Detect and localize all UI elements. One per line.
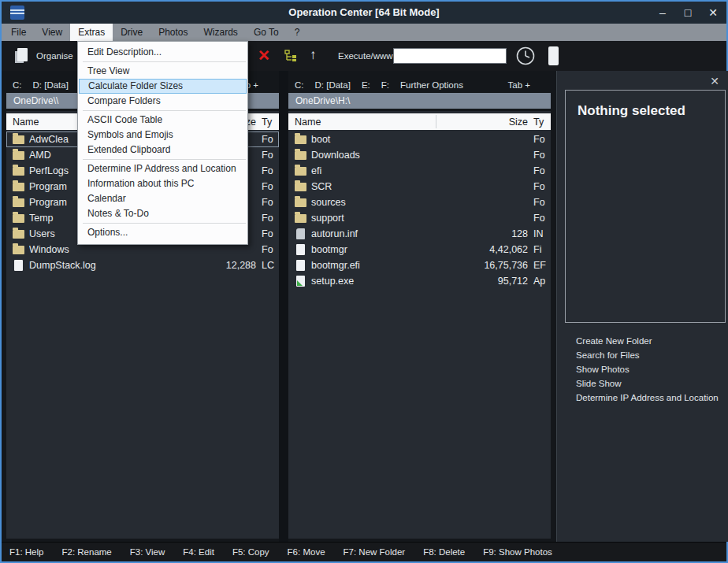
f2-rename-button[interactable]: F2: Rename: [61, 547, 111, 557]
file-type: Fi: [533, 244, 549, 255]
folder-row[interactable]: support Fo: [288, 210, 551, 226]
execute-label: Execute/www:: [338, 41, 396, 71]
column-size[interactable]: Size: [466, 117, 528, 128]
menu-item-extended-clipboard[interactable]: Extended Clipboard: [78, 143, 247, 157]
f1-help-button[interactable]: F1: Help: [9, 547, 43, 557]
menu-drive[interactable]: Drive: [113, 24, 150, 41]
file-type: Fo: [262, 150, 277, 161]
file-row[interactable]: DumpStack.log 12,288 LC: [6, 257, 279, 273]
folder-icon: [13, 135, 24, 144]
folder-icon: [295, 214, 306, 223]
folder-row[interactable]: efi Fo: [288, 163, 551, 179]
folder-row[interactable]: sources Fo: [288, 194, 551, 210]
right-column-header: Name Size Ty: [288, 113, 551, 130]
file-type: Fo: [262, 228, 277, 239]
menu-help[interactable]: ?: [287, 24, 308, 41]
file-type: Fo: [533, 197, 549, 208]
menu-item-options[interactable]: Options...: [78, 225, 247, 240]
f8-delete-button[interactable]: F8: Delete: [423, 547, 465, 557]
folder-icon: [295, 151, 306, 160]
close-button[interactable]: ✕: [706, 6, 720, 19]
menu-view[interactable]: View: [34, 24, 70, 41]
drive-d[interactable]: D: [Data]: [33, 80, 69, 90]
file-row[interactable]: autorun.inf 128 IN: [288, 226, 551, 242]
column-type[interactable]: Ty: [262, 117, 277, 128]
delete-icon[interactable]: ✕: [258, 41, 270, 71]
file-size: 12,288: [195, 260, 256, 271]
column-name[interactable]: Name: [295, 117, 466, 128]
drive-c[interactable]: C:: [13, 80, 22, 90]
menu-item-tree-view[interactable]: Tree View: [78, 64, 247, 79]
f3-view-button[interactable]: F3: View: [130, 547, 165, 557]
maximize-button[interactable]: □: [681, 6, 695, 19]
new-tab-button[interactable]: Tab +: [508, 80, 530, 90]
file-type: Fo: [262, 197, 277, 208]
menu-item-calculate-folder-sizes[interactable]: Calculate Folder Sizes: [79, 79, 247, 94]
file-row[interactable]: bootmgr.efi 16,75,736 EF: [288, 257, 551, 273]
file-row[interactable]: setup.exe 95,712 Ap: [288, 273, 551, 289]
minimize-button[interactable]: –: [656, 6, 670, 19]
file-type: Fo: [262, 181, 277, 192]
file-row[interactable]: bootmgr 4,42,062 Fi: [288, 242, 551, 257]
drive-e[interactable]: E:: [362, 80, 370, 90]
f4-edit-button[interactable]: F4: Edit: [183, 547, 214, 557]
menu-wizards[interactable]: Wizards: [196, 24, 246, 41]
folder-icon: [13, 230, 24, 239]
menu-item-compare-folders[interactable]: Compare Folders: [78, 94, 247, 109]
file-type: Fo: [533, 165, 549, 176]
file-icon: [296, 244, 305, 255]
function-key-bar: F1: Help F2: Rename F3: View F4: Edit F5…: [2, 542, 726, 561]
file-name: autorun.inf: [311, 228, 466, 239]
right-path-tab[interactable]: OneDrive\H:\: [288, 93, 551, 109]
drive-c[interactable]: C:: [295, 80, 304, 90]
create-new-folder-link[interactable]: Create New Folder: [576, 334, 725, 348]
window-controls: – □ ✕: [656, 2, 720, 24]
f9-show-photos-button[interactable]: F9: Show Photos: [483, 547, 552, 557]
column-divider[interactable]: [436, 115, 436, 128]
menu-item-edit-description[interactable]: Edit Description...: [78, 45, 247, 60]
column-type[interactable]: Ty: [533, 117, 549, 128]
menu-goto[interactable]: Go To: [246, 24, 287, 41]
drive-d[interactable]: D: [Data]: [315, 80, 351, 90]
menu-item-ascii-code-table[interactable]: ASCII Code Table: [78, 113, 247, 128]
organise-button[interactable]: Organise: [36, 41, 73, 71]
folder-row[interactable]: Downloads Fo: [288, 147, 551, 163]
menu-item-calendar[interactable]: Calendar: [78, 191, 247, 206]
device-icon[interactable]: [548, 46, 559, 65]
menu-file[interactable]: File: [3, 24, 34, 41]
file-size: 128: [466, 228, 528, 239]
menu-item-symbols-and-emojis[interactable]: Symbols and Emojis: [78, 128, 247, 143]
menubar: File View Extras Drive Photos Wizards Go…: [2, 24, 726, 41]
slide-show-link[interactable]: Slide Show: [576, 376, 725, 391]
window-title: Operation Center [64 Bit Mode]: [2, 2, 726, 24]
show-photos-link[interactable]: Show Photos: [576, 362, 725, 376]
folder-row[interactable]: boot Fo: [288, 131, 551, 147]
file-type: Fo: [533, 213, 549, 224]
nothing-selected-text: Nothing selected: [578, 103, 685, 119]
execute-input[interactable]: [393, 48, 507, 64]
close-icon[interactable]: ✕: [710, 75, 719, 87]
further-options-button[interactable]: Further Options: [400, 80, 463, 90]
folder-icon: [295, 198, 306, 207]
folder-icon: [13, 151, 24, 160]
organise-papers-icon[interactable]: [17, 48, 28, 61]
menu-extras[interactable]: Extras: [70, 24, 113, 41]
f6-move-button[interactable]: F6: Move: [288, 547, 325, 557]
f5-copy-button[interactable]: F5: Copy: [232, 547, 269, 557]
search-for-files-link[interactable]: Search for Files: [576, 348, 725, 362]
clock-icon[interactable]: [515, 46, 536, 69]
selection-info-panel: Nothing selected: [565, 90, 726, 323]
drive-f[interactable]: F:: [381, 80, 389, 90]
folder-row[interactable]: SCR Fo: [288, 179, 551, 194]
up-directory-icon[interactable]: ↑: [310, 41, 317, 71]
menu-separator: [83, 110, 246, 111]
menu-photos[interactable]: Photos: [150, 24, 195, 41]
menu-item-determine-ip[interactable]: Determine IP Address and Location: [78, 161, 247, 176]
determine-ip-link[interactable]: Determine IP Address and Location: [576, 391, 725, 405]
menu-item-information-pc[interactable]: Information about this PC: [78, 176, 247, 191]
menu-item-notes-todo[interactable]: Notes & To-Do: [78, 206, 247, 221]
file-size: 4,42,062: [466, 244, 528, 255]
folder-icon: [13, 183, 24, 191]
tree-view-icon[interactable]: [284, 50, 299, 65]
f7-new-folder-button[interactable]: F7: New Folder: [344, 547, 406, 557]
